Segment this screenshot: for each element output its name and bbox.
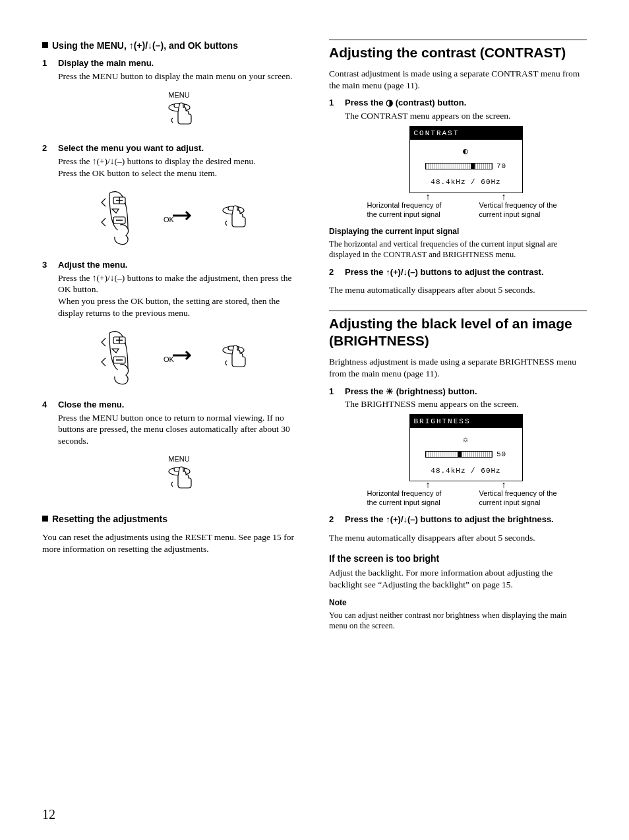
step-number: 2 (42, 143, 58, 253)
menu-button-illustration: MENU (58, 446, 300, 501)
step-text: When you press the OK button, the settin… (58, 295, 300, 318)
step-3: 3 Adjust the menu. Press the ↑(+)/↓(–) b… (42, 260, 300, 393)
step-title: Close the menu. (58, 400, 300, 411)
callout-horizontal: Horizontal frequency of the current inpu… (367, 201, 453, 220)
note-body: You can adjust neither contrast nor brig… (329, 610, 587, 632)
displaying-signal-heading: Displaying the current input signal (329, 227, 587, 237)
step-text: Press the MENU button to display the mai… (58, 71, 300, 82)
step-title: Press the ↑(+)/↓(–) buttons to adjust th… (345, 267, 587, 278)
step-title: Display the main menu. (58, 58, 300, 69)
brightness-icon: ☼ (417, 435, 516, 446)
ok-label: OK (164, 215, 174, 224)
menu-button-illustration: MENU (58, 82, 300, 137)
step-text: The CONTRAST menu appears on the screen. (345, 110, 587, 122)
page: Using the MENU, ↑(+)/↓(–), and OK button… (0, 0, 629, 840)
step-title: Press the ↑(+)/↓(–) buttons to adjust th… (345, 514, 587, 525)
osd-slider (425, 163, 493, 169)
brightness-osd: BRIGHTNESS ☼ 50 48.4kHz / 60Hz (409, 414, 523, 481)
section-resetting-heading: Resetting the adjustments (42, 513, 300, 525)
step-number: 1 (42, 58, 58, 136)
rocker-ok-illustration: /*placeholder to keep structure, label v… (58, 179, 300, 253)
note-label: Note (329, 598, 587, 609)
step-text: Press the MENU button once to return to … (58, 412, 300, 447)
step-4: 4 Close the menu. Press the MENU button … (42, 400, 300, 501)
callouts: Horizontal frequency of the current inpu… (345, 489, 587, 508)
callout-vertical: Vertical frequency of the current input … (479, 489, 565, 508)
contrast-icon: ◐ (417, 146, 516, 158)
step-number: 1 (329, 386, 345, 508)
too-bright-body: Adjust the backlight. For more informati… (329, 567, 587, 590)
brightness-intro: Brightness adjustment is made using a se… (329, 356, 587, 379)
callout-horizontal: Horizontal frequency of the current inpu… (367, 489, 453, 508)
brightness-step-1: 1 Press the ☀ (brightness) button. The B… (329, 386, 587, 508)
step-number: 1 (329, 98, 345, 219)
osd-title: CONTRAST (410, 127, 522, 140)
brightness-tail: The menu automatically disappears after … (329, 532, 587, 544)
step-1: 1 Display the main menu. Press the MENU … (42, 58, 300, 136)
page-number: 12 (42, 806, 55, 823)
step-number: 3 (42, 260, 58, 393)
osd-title: BRIGHTNESS (410, 415, 522, 428)
contrast-intro: Contrast adjustment is made using a sepa… (329, 68, 587, 91)
brightness-heading: Adjusting the black level of an image (B… (329, 311, 587, 350)
ok-label: OK (164, 355, 174, 364)
step-number: 4 (42, 400, 58, 501)
contrast-step-2: 2 Press the ↑(+)/↓(–) buttons to adjust … (329, 267, 587, 280)
displaying-signal-body: The horizontal and vertical frequencies … (329, 239, 587, 260)
section-using-menu-heading: Using the MENU, ↑(+)/↓(–), and OK button… (42, 40, 300, 51)
osd-slider (425, 451, 493, 458)
menu-label: MENU (58, 90, 300, 100)
callout-arrows: ↑↑ (345, 483, 587, 488)
right-column: Adjusting the contrast (CONTRAST) Contra… (329, 40, 587, 637)
osd-value: 50 (496, 450, 506, 459)
contrast-tail: The menu automatically disappears after … (329, 284, 587, 296)
step-text: Press the ↑(+)/↓(–) buttons to make the … (58, 272, 300, 295)
callouts: Horizontal frequency of the current inpu… (345, 201, 587, 220)
step-2: 2 Select the menu you want to adjust. Pr… (42, 143, 300, 253)
square-bullet-icon (42, 516, 48, 522)
step-text: The BRIGHTNESS menu appears on the scree… (345, 398, 587, 410)
square-bullet-icon (42, 42, 48, 48)
contrast-osd: CONTRAST ◐ 70 48.4kHz / 60Hz (409, 126, 523, 193)
osd-frequency: 48.4kHz / 60Hz (417, 466, 516, 475)
step-title: Adjust the menu. (58, 260, 300, 271)
step-number: 2 (329, 267, 345, 280)
callout-vertical: Vertical frequency of the current input … (479, 201, 565, 220)
osd-value: 70 (496, 162, 506, 171)
contrast-step-1: 1 Press the ◑ (contrast) button. The CON… (329, 98, 587, 219)
callout-arrows: ↑↑ (345, 195, 587, 200)
osd-frequency: 48.4kHz / 60Hz (417, 177, 516, 187)
contrast-heading: Adjusting the contrast (CONTRAST) (329, 40, 587, 61)
step-title: Select the menu you want to adjust. (58, 143, 300, 154)
brightness-step-2: 2 Press the ↑(+)/↓(–) buttons to adjust … (329, 514, 587, 527)
rocker-ok-illustration: OK (58, 318, 300, 393)
too-bright-heading: If the screen is too bright (329, 553, 587, 564)
left-column: Using the MENU, ↑(+)/↓(–), and OK button… (42, 40, 300, 637)
menu-label: MENU (58, 454, 300, 464)
step-text: Press the ↑(+)/↓(–) buttons to display t… (58, 156, 300, 167)
step-title: Press the ◑ (contrast) button. (345, 98, 587, 109)
resetting-body: You can reset the adjustments using the … (42, 531, 300, 555)
step-title: Press the ☀ (brightness) button. (345, 386, 587, 398)
step-text: Press the OK button to select the menu i… (58, 167, 300, 179)
step-number: 2 (329, 514, 345, 527)
